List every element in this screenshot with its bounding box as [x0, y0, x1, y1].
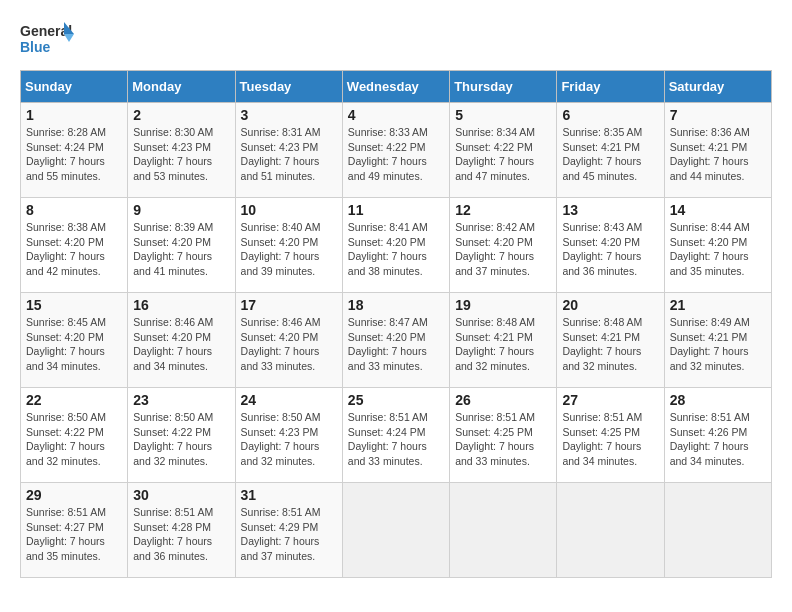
day-info: Sunrise: 8:33 AM Sunset: 4:22 PM Dayligh…	[348, 125, 444, 184]
calendar-table: SundayMondayTuesdayWednesdayThursdayFrid…	[20, 70, 772, 578]
logo-svg: GeneralBlue	[20, 20, 75, 60]
calendar-header-saturday: Saturday	[664, 71, 771, 103]
day-number: 15	[26, 297, 122, 313]
day-number: 31	[241, 487, 337, 503]
day-info: Sunrise: 8:39 AM Sunset: 4:20 PM Dayligh…	[133, 220, 229, 279]
day-info: Sunrise: 8:31 AM Sunset: 4:23 PM Dayligh…	[241, 125, 337, 184]
calendar-cell: 18Sunrise: 8:47 AM Sunset: 4:20 PM Dayli…	[342, 293, 449, 388]
calendar-cell: 31Sunrise: 8:51 AM Sunset: 4:29 PM Dayli…	[235, 483, 342, 578]
day-number: 21	[670, 297, 766, 313]
day-info: Sunrise: 8:43 AM Sunset: 4:20 PM Dayligh…	[562, 220, 658, 279]
calendar-cell: 6Sunrise: 8:35 AM Sunset: 4:21 PM Daylig…	[557, 103, 664, 198]
day-info: Sunrise: 8:51 AM Sunset: 4:27 PM Dayligh…	[26, 505, 122, 564]
calendar-cell: 1Sunrise: 8:28 AM Sunset: 4:24 PM Daylig…	[21, 103, 128, 198]
day-number: 22	[26, 392, 122, 408]
calendar-cell: 2Sunrise: 8:30 AM Sunset: 4:23 PM Daylig…	[128, 103, 235, 198]
day-info: Sunrise: 8:51 AM Sunset: 4:24 PM Dayligh…	[348, 410, 444, 469]
calendar-header-sunday: Sunday	[21, 71, 128, 103]
day-number: 29	[26, 487, 122, 503]
calendar-cell: 7Sunrise: 8:36 AM Sunset: 4:21 PM Daylig…	[664, 103, 771, 198]
day-number: 26	[455, 392, 551, 408]
day-number: 30	[133, 487, 229, 503]
calendar-cell: 30Sunrise: 8:51 AM Sunset: 4:28 PM Dayli…	[128, 483, 235, 578]
day-info: Sunrise: 8:50 AM Sunset: 4:23 PM Dayligh…	[241, 410, 337, 469]
calendar-cell: 19Sunrise: 8:48 AM Sunset: 4:21 PM Dayli…	[450, 293, 557, 388]
day-info: Sunrise: 8:28 AM Sunset: 4:24 PM Dayligh…	[26, 125, 122, 184]
calendar-week-4: 22Sunrise: 8:50 AM Sunset: 4:22 PM Dayli…	[21, 388, 772, 483]
calendar-header-monday: Monday	[128, 71, 235, 103]
logo: GeneralBlue	[20, 20, 75, 60]
calendar-cell: 9Sunrise: 8:39 AM Sunset: 4:20 PM Daylig…	[128, 198, 235, 293]
calendar-cell: 4Sunrise: 8:33 AM Sunset: 4:22 PM Daylig…	[342, 103, 449, 198]
day-info: Sunrise: 8:34 AM Sunset: 4:22 PM Dayligh…	[455, 125, 551, 184]
calendar-cell: 3Sunrise: 8:31 AM Sunset: 4:23 PM Daylig…	[235, 103, 342, 198]
day-number: 20	[562, 297, 658, 313]
calendar-cell: 11Sunrise: 8:41 AM Sunset: 4:20 PM Dayli…	[342, 198, 449, 293]
day-number: 9	[133, 202, 229, 218]
calendar-cell	[664, 483, 771, 578]
calendar-cell: 15Sunrise: 8:45 AM Sunset: 4:20 PM Dayli…	[21, 293, 128, 388]
day-number: 23	[133, 392, 229, 408]
day-number: 6	[562, 107, 658, 123]
day-info: Sunrise: 8:50 AM Sunset: 4:22 PM Dayligh…	[133, 410, 229, 469]
calendar-cell: 14Sunrise: 8:44 AM Sunset: 4:20 PM Dayli…	[664, 198, 771, 293]
day-info: Sunrise: 8:51 AM Sunset: 4:26 PM Dayligh…	[670, 410, 766, 469]
day-info: Sunrise: 8:41 AM Sunset: 4:20 PM Dayligh…	[348, 220, 444, 279]
day-number: 19	[455, 297, 551, 313]
day-info: Sunrise: 8:51 AM Sunset: 4:25 PM Dayligh…	[455, 410, 551, 469]
day-info: Sunrise: 8:45 AM Sunset: 4:20 PM Dayligh…	[26, 315, 122, 374]
calendar-cell: 27Sunrise: 8:51 AM Sunset: 4:25 PM Dayli…	[557, 388, 664, 483]
day-info: Sunrise: 8:40 AM Sunset: 4:20 PM Dayligh…	[241, 220, 337, 279]
day-number: 16	[133, 297, 229, 313]
day-info: Sunrise: 8:51 AM Sunset: 4:28 PM Dayligh…	[133, 505, 229, 564]
day-number: 7	[670, 107, 766, 123]
calendar-cell: 28Sunrise: 8:51 AM Sunset: 4:26 PM Dayli…	[664, 388, 771, 483]
calendar-cell: 25Sunrise: 8:51 AM Sunset: 4:24 PM Dayli…	[342, 388, 449, 483]
day-number: 12	[455, 202, 551, 218]
calendar-header-row: SundayMondayTuesdayWednesdayThursdayFrid…	[21, 71, 772, 103]
day-number: 8	[26, 202, 122, 218]
calendar-cell: 22Sunrise: 8:50 AM Sunset: 4:22 PM Dayli…	[21, 388, 128, 483]
day-info: Sunrise: 8:35 AM Sunset: 4:21 PM Dayligh…	[562, 125, 658, 184]
day-number: 3	[241, 107, 337, 123]
calendar-week-5: 29Sunrise: 8:51 AM Sunset: 4:27 PM Dayli…	[21, 483, 772, 578]
calendar-cell	[450, 483, 557, 578]
day-number: 5	[455, 107, 551, 123]
day-info: Sunrise: 8:48 AM Sunset: 4:21 PM Dayligh…	[455, 315, 551, 374]
day-number: 11	[348, 202, 444, 218]
day-info: Sunrise: 8:30 AM Sunset: 4:23 PM Dayligh…	[133, 125, 229, 184]
calendar-cell: 26Sunrise: 8:51 AM Sunset: 4:25 PM Dayli…	[450, 388, 557, 483]
calendar-cell	[557, 483, 664, 578]
calendar-header-friday: Friday	[557, 71, 664, 103]
calendar-cell: 13Sunrise: 8:43 AM Sunset: 4:20 PM Dayli…	[557, 198, 664, 293]
day-info: Sunrise: 8:51 AM Sunset: 4:29 PM Dayligh…	[241, 505, 337, 564]
calendar-cell: 29Sunrise: 8:51 AM Sunset: 4:27 PM Dayli…	[21, 483, 128, 578]
day-info: Sunrise: 8:51 AM Sunset: 4:25 PM Dayligh…	[562, 410, 658, 469]
calendar-cell: 5Sunrise: 8:34 AM Sunset: 4:22 PM Daylig…	[450, 103, 557, 198]
calendar-cell: 10Sunrise: 8:40 AM Sunset: 4:20 PM Dayli…	[235, 198, 342, 293]
day-number: 17	[241, 297, 337, 313]
day-number: 2	[133, 107, 229, 123]
calendar-week-3: 15Sunrise: 8:45 AM Sunset: 4:20 PM Dayli…	[21, 293, 772, 388]
day-number: 25	[348, 392, 444, 408]
day-info: Sunrise: 8:47 AM Sunset: 4:20 PM Dayligh…	[348, 315, 444, 374]
calendar-header-thursday: Thursday	[450, 71, 557, 103]
day-number: 18	[348, 297, 444, 313]
day-info: Sunrise: 8:50 AM Sunset: 4:22 PM Dayligh…	[26, 410, 122, 469]
calendar-cell: 23Sunrise: 8:50 AM Sunset: 4:22 PM Dayli…	[128, 388, 235, 483]
calendar-week-1: 1Sunrise: 8:28 AM Sunset: 4:24 PM Daylig…	[21, 103, 772, 198]
page-header: GeneralBlue	[20, 20, 772, 60]
day-number: 13	[562, 202, 658, 218]
calendar-header-wednesday: Wednesday	[342, 71, 449, 103]
day-number: 14	[670, 202, 766, 218]
calendar-header-tuesday: Tuesday	[235, 71, 342, 103]
calendar-cell: 17Sunrise: 8:46 AM Sunset: 4:20 PM Dayli…	[235, 293, 342, 388]
calendar-cell: 12Sunrise: 8:42 AM Sunset: 4:20 PM Dayli…	[450, 198, 557, 293]
day-info: Sunrise: 8:42 AM Sunset: 4:20 PM Dayligh…	[455, 220, 551, 279]
svg-text:Blue: Blue	[20, 39, 51, 55]
calendar-cell: 20Sunrise: 8:48 AM Sunset: 4:21 PM Dayli…	[557, 293, 664, 388]
day-info: Sunrise: 8:36 AM Sunset: 4:21 PM Dayligh…	[670, 125, 766, 184]
calendar-cell: 24Sunrise: 8:50 AM Sunset: 4:23 PM Dayli…	[235, 388, 342, 483]
calendar-cell	[342, 483, 449, 578]
day-number: 28	[670, 392, 766, 408]
